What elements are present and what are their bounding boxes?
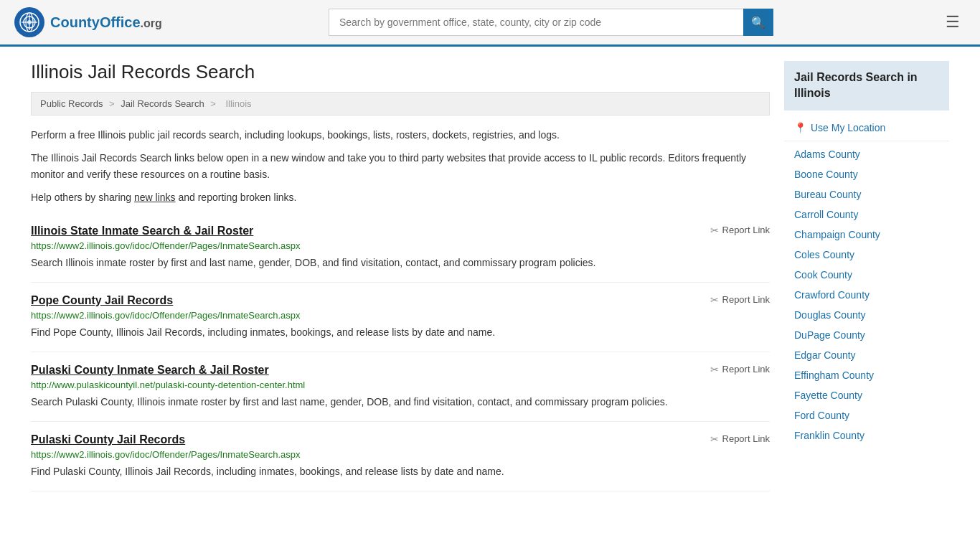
description-2: The Illinois Jail Records Search links b…: [31, 150, 770, 182]
report-icon-0: ✂: [710, 225, 719, 236]
result-url-2[interactable]: http://www.pulaskicountyil.net/pulaski-c…: [31, 380, 770, 390]
report-label-1: Report Link: [722, 294, 770, 305]
report-label-2: Report Link: [722, 364, 770, 375]
sidebar-county-link-13[interactable]: Ford County: [794, 410, 849, 421]
report-link-1[interactable]: ✂ Report Link: [710, 294, 770, 306]
sidebar-county-item: Edgar County: [784, 345, 949, 365]
sidebar-county-item: Carroll County: [784, 204, 949, 225]
sidebar-county-link-11[interactable]: Effingham County: [794, 369, 874, 381]
report-icon-2: ✂: [710, 364, 719, 375]
result-item: Pulaski County Jail Records ✂ Report Lin…: [31, 422, 770, 491]
result-url-0[interactable]: https://www2.illinois.gov/idoc/Offender/…: [31, 240, 770, 251]
use-my-location-link[interactable]: Use My Location: [811, 122, 885, 133]
description-3: Help others by sharing new links and rep…: [31, 189, 770, 205]
sidebar-county-item: Coles County: [784, 245, 949, 265]
main-container: Illinois Jail Records Search Public Reco…: [17, 47, 963, 506]
sidebar-county-item: Franklin County: [784, 425, 949, 446]
description-1: Perform a free Illinois public jail reco…: [31, 127, 770, 143]
result-title-3[interactable]: Pulaski County Jail Records: [31, 433, 185, 446]
result-desc-0: Search Illinois inmate roster by first a…: [31, 255, 770, 270]
report-label-3: Report Link: [722, 433, 770, 444]
breadcrumb-link-jail-records[interactable]: Jail Records Search: [121, 98, 204, 109]
sidebar-header: Jail Records Search in Illinois: [784, 61, 949, 110]
sidebar-county-item: Crawford County: [784, 285, 949, 305]
sidebar-county-item: Ford County: [784, 405, 949, 425]
description-3-post: and reporting broken links.: [176, 192, 297, 203]
sidebar-county-item: DuPage County: [784, 325, 949, 345]
location-pin-icon: 📍: [794, 122, 806, 133]
sidebar-county-item: Douglas County: [784, 305, 949, 325]
breadcrumb-link-public-records[interactable]: Public Records: [40, 98, 103, 109]
sidebar-county-item: Fayette County: [784, 385, 949, 405]
page-title: Illinois Jail Records Search: [31, 61, 770, 83]
sidebar-county-item: Bureau County: [784, 184, 949, 204]
menu-button[interactable]: ☰: [940, 10, 966, 34]
result-desc-3: Find Pulaski County, Illinois Jail Recor…: [31, 464, 770, 479]
hamburger-icon: ☰: [946, 13, 960, 31]
sidebar-county-link-5[interactable]: Coles County: [794, 249, 854, 260]
sidebar-county-item: Champaign County: [784, 225, 949, 245]
result-url-1[interactable]: https://www2.illinois.gov/idoc/Offender/…: [31, 310, 770, 321]
sidebar-county-link-4[interactable]: Champaign County: [794, 229, 880, 240]
report-label-0: Report Link: [722, 225, 770, 235]
site-header: CountyOffice.org 🔍 ☰: [0, 0, 980, 47]
search-icon: 🔍: [751, 16, 765, 29]
breadcrumb-separator-1: >: [109, 98, 115, 109]
result-desc-1: Find Pope County, Illinois Jail Records,…: [31, 325, 770, 340]
sidebar-county-link-12[interactable]: Fayette County: [794, 390, 862, 401]
result-item: Pope County Jail Records ✂ Report Link h…: [31, 283, 770, 352]
breadcrumb-separator-2: >: [210, 98, 216, 109]
result-title-0[interactable]: Illinois State Inmate Search & Jail Rost…: [31, 225, 253, 237]
search-input[interactable]: [329, 9, 743, 36]
description-3-pre: Help others by sharing: [31, 192, 134, 203]
breadcrumb: Public Records > Jail Records Search > I…: [31, 92, 770, 116]
sidebar-location[interactable]: 📍 Use My Location: [784, 118, 949, 141]
result-title-1[interactable]: Pope County Jail Records: [31, 294, 173, 307]
logo-icon: [14, 7, 44, 37]
report-link-3[interactable]: ✂ Report Link: [710, 433, 770, 445]
sidebar-county-link-2[interactable]: Bureau County: [794, 189, 861, 200]
svg-point-5: [27, 20, 32, 24]
sidebar-county-link-8[interactable]: Douglas County: [794, 309, 866, 321]
report-link-0[interactable]: ✂ Report Link: [710, 225, 770, 236]
sidebar-county-link-14[interactable]: Franklin County: [794, 430, 864, 441]
sidebar-county-link-7[interactable]: Crawford County: [794, 289, 870, 301]
logo-text: CountyOffice.org: [50, 14, 162, 31]
breadcrumb-current: Illinois: [225, 98, 251, 109]
search-button[interactable]: 🔍: [743, 9, 773, 36]
result-title-2[interactable]: Pulaski County Inmate Search & Jail Rost…: [31, 364, 269, 377]
new-links-link[interactable]: new links: [134, 192, 176, 203]
result-url-3[interactable]: https://www2.illinois.gov/idoc/Offender/…: [31, 449, 770, 460]
sidebar-county-link-0[interactable]: Adams County: [794, 149, 860, 160]
result-item: Illinois State Inmate Search & Jail Rost…: [31, 213, 770, 283]
results-container: Illinois State Inmate Search & Jail Rost…: [31, 213, 770, 491]
result-item: Pulaski County Inmate Search & Jail Rost…: [31, 352, 770, 422]
search-area: 🔍: [329, 9, 773, 36]
sidebar-county-item: Boone County: [784, 164, 949, 184]
sidebar-county-item: Adams County: [784, 144, 949, 164]
sidebar: Jail Records Search in Illinois 📍 Use My…: [784, 61, 949, 491]
result-desc-2: Search Pulaski County, Illinois inmate r…: [31, 395, 770, 410]
sidebar-county-item: Effingham County: [784, 365, 949, 385]
logo-area: CountyOffice.org: [14, 7, 162, 37]
content-area: Illinois Jail Records Search Public Reco…: [31, 61, 770, 491]
sidebar-county-link-9[interactable]: DuPage County: [794, 329, 865, 341]
report-icon-3: ✂: [710, 433, 719, 445]
sidebar-county-link-6[interactable]: Cook County: [794, 269, 852, 281]
county-list: Adams CountyBoone CountyBureau CountyCar…: [784, 144, 949, 446]
report-link-2[interactable]: ✂ Report Link: [710, 364, 770, 375]
sidebar-county-link-3[interactable]: Carroll County: [794, 209, 858, 220]
report-icon-1: ✂: [710, 294, 719, 306]
sidebar-county-item: Cook County: [784, 265, 949, 285]
sidebar-county-link-1[interactable]: Boone County: [794, 169, 858, 180]
sidebar-county-link-10[interactable]: Edgar County: [794, 349, 856, 361]
